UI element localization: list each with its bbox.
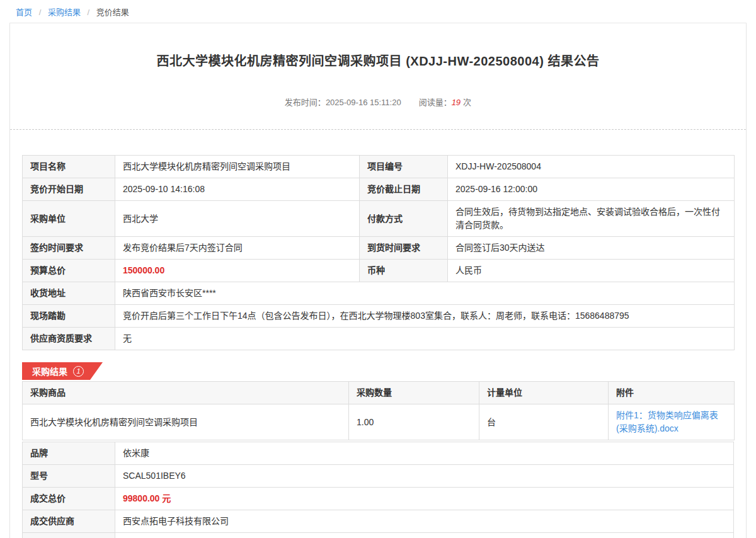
table-row: 型号 SCAL501IBEY6 [23, 465, 734, 488]
detail-label: 成交总价 [23, 488, 115, 510]
attachment-link[interactable]: 附件1：货物类响应偏离表(采购系统).docx [616, 410, 718, 433]
table-row: 现场踏勘 竞价开启后第三个工作日下午14点（包含公告发布日），在西北大学物理楼8… [23, 305, 735, 328]
table-header-row: 采购商品 采购数量 计量单位 附件 [23, 382, 735, 404]
info-label: 竞价开始日期 [23, 178, 115, 201]
breadcrumb-separator: / [88, 8, 90, 17]
info-value: XDJJ-HW-202508004 [448, 156, 735, 178]
info-label: 收货地址 [23, 282, 115, 305]
item-product: 西北大学模块化机房精密列间空调采购项目 [23, 404, 349, 440]
breadcrumb: 首页 / 采购结果 / 竞价结果 [0, 0, 756, 23]
column-header-unit: 计量单位 [479, 382, 609, 404]
info-value: 合同签订后30天内送达 [448, 237, 735, 260]
result-section-ribbon: 采购结果 1 [22, 362, 103, 380]
table-row: 项目名称 西北大学模块化机房精密列间空调采购项目 项目编号 XDJJ-HW-20… [23, 156, 735, 178]
info-label: 到货时间要求 [360, 237, 448, 260]
info-label: 项目名称 [23, 156, 115, 178]
table-row: 供应商资质要求 无 [23, 328, 735, 350]
breadcrumb-home-link[interactable]: 首页 [16, 8, 32, 17]
table-row: 竞价开始日期 2025-09-10 14:16:08 竞价截止日期 2025-0… [23, 178, 735, 201]
info-value: 无 [115, 328, 735, 350]
ribbon-label: 采购结果 [32, 365, 67, 377]
info-label: 现场踏勘 [23, 305, 115, 328]
page-title: 西北大学模块化机房精密列间空调采购项目 (XDJJ-HW-202508004) … [22, 23, 734, 69]
budget-total-value: 150000.00 [115, 260, 360, 282]
brand-value: 依米康 [115, 442, 734, 465]
info-label: 币种 [360, 260, 448, 282]
views-count: 19 [452, 98, 461, 107]
info-value: 西北大学模块化机房精密列间空调采购项目 [115, 156, 360, 178]
info-value: 合同生效后，待货物到达指定地点、安装调试验收合格后，一次性付清合同货款。 [448, 201, 735, 237]
info-value: 竞价开启后第三个工作日下午14点（包含公告发布日），在西北大学物理楼803室集合… [115, 305, 735, 328]
info-value: 人民币 [448, 260, 735, 282]
detail-label: 型号 [23, 465, 115, 488]
detail-label: 品牌 [23, 442, 115, 465]
breadcrumb-current: 竞价结果 [96, 8, 129, 17]
detail-label: 成交供应商 [23, 510, 115, 533]
table-row: 签约时间要求 发布竞价结果后7天内签订合同 到货时间要求 合同签订后30天内送达 [23, 237, 735, 260]
info-value: 发布竞价结果后7天内签订合同 [115, 237, 360, 260]
supplier-value: 西安点拓电子科技有限公司 [115, 510, 734, 533]
info-label: 项目编号 [360, 156, 448, 178]
dashed-divider [10, 129, 746, 130]
warranty-value: 提供五年质保。 [115, 533, 734, 538]
table-row: 收货地址 陕西省西安市长安区**** [23, 282, 735, 305]
info-value: 2025-09-16 12:00:00 [448, 178, 735, 201]
table-row: 质保及售后服务 提供五年质保。 [23, 533, 734, 538]
table-row: 预算总价 150000.00 币种 人民币 [23, 260, 735, 282]
breadcrumb-procurement-results-link[interactable]: 采购结果 [48, 8, 81, 17]
publish-info: 发布时间：2025-09-16 15:11:20阅读量：19次 [22, 96, 734, 108]
detail-label: 质保及售后服务 [23, 533, 115, 538]
column-header-product: 采购商品 [23, 382, 349, 404]
deal-detail-table: 品牌 依米康 型号 SCAL501IBEY6 成交总价 99800.00 元 成… [22, 442, 734, 538]
table-row: 采购单位 西北大学 付款方式 合同生效后，待货物到达指定地点、安装调试验收合格后… [23, 201, 735, 237]
table-row: 西北大学模块化机房精密列间空调采购项目 1.00 台 附件1：货物类响应偏离表(… [23, 404, 735, 440]
info-value: 2025-09-10 14:16:08 [115, 178, 360, 201]
views-unit: 次 [463, 98, 471, 107]
info-label: 竞价截止日期 [360, 178, 448, 201]
item-quantity: 1.00 [349, 404, 479, 440]
table-row: 成交总价 99800.00 元 [23, 488, 734, 510]
info-label: 签约时间要求 [23, 237, 115, 260]
info-value: 陕西省西安市长安区**** [115, 282, 735, 305]
deal-price-value: 99800.00 元 [115, 488, 734, 510]
breadcrumb-separator: / [39, 8, 42, 17]
info-label: 采购单位 [23, 201, 115, 237]
ribbon-number-badge: 1 [73, 366, 84, 377]
info-label: 预算总价 [23, 260, 115, 282]
column-header-attachment: 附件 [609, 382, 735, 404]
info-label: 付款方式 [360, 201, 448, 237]
publish-time-label: 发布时间： [285, 98, 326, 107]
info-value: 西北大学 [115, 201, 360, 237]
column-header-quantity: 采购数量 [349, 382, 479, 404]
model-value: SCAL501IBEY6 [115, 465, 734, 488]
publish-time-value: 2025-09-16 15:11:20 [326, 98, 401, 107]
info-label: 供应商资质要求 [23, 328, 115, 350]
table-row: 成交供应商 西安点拓电子科技有限公司 [23, 510, 734, 533]
table-row: 品牌 依米康 [23, 442, 734, 465]
views-label: 阅读量： [419, 98, 452, 107]
item-unit: 台 [479, 404, 609, 440]
project-info-table: 项目名称 西北大学模块化机房精密列间空调采购项目 项目编号 XDJJ-HW-20… [22, 155, 735, 350]
announcement-card: 西北大学模块化机房精密列间空调采购项目 (XDJJ-HW-202508004) … [9, 23, 747, 538]
purchase-items-table: 采购商品 采购数量 计量单位 附件 西北大学模块化机房精密列间空调采购项目 1.… [22, 381, 735, 440]
